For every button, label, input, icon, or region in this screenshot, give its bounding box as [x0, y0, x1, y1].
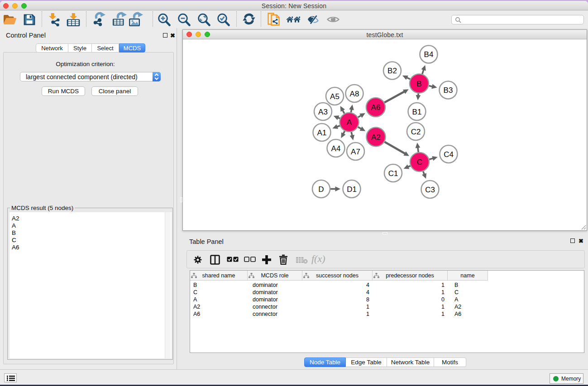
svg-text:C2: C2 [411, 128, 421, 136]
svg-text:A4: A4 [331, 144, 341, 153]
svg-text:D: D [318, 185, 324, 194]
svg-text:B3: B3 [444, 86, 453, 95]
svg-text:C3: C3 [425, 186, 435, 194]
svg-text:A1: A1 [317, 129, 327, 137]
svg-text:A2: A2 [371, 133, 381, 142]
svg-text:A7: A7 [351, 148, 360, 156]
svg-text:B: B [416, 80, 421, 88]
svg-text:A8: A8 [350, 90, 359, 98]
svg-text:A3: A3 [318, 108, 328, 116]
svg-text:A5: A5 [330, 92, 339, 101]
svg-text:B4: B4 [424, 50, 434, 59]
svg-text:A: A [347, 118, 352, 127]
svg-text:D1: D1 [347, 185, 357, 194]
svg-text:A6: A6 [371, 103, 381, 112]
svg-text:C4: C4 [444, 150, 454, 159]
svg-text:C1: C1 [388, 169, 398, 178]
svg-text:B2: B2 [387, 67, 397, 75]
svg-text:C: C [417, 158, 422, 167]
svg-text:B1: B1 [412, 108, 422, 116]
